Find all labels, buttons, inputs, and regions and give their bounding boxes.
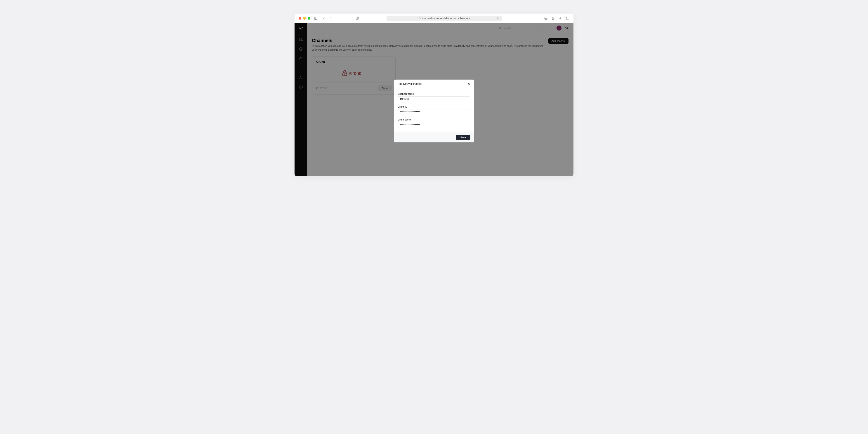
tabs-icon[interactable] [566, 17, 569, 20]
download-icon[interactable] [544, 17, 548, 20]
window-maximize[interactable] [308, 17, 310, 20]
forward-icon[interactable] [329, 17, 333, 20]
svg-rect-2 [419, 18, 421, 19]
lock-icon [418, 17, 421, 20]
svg-rect-8 [567, 17, 569, 19]
modal-title: Add Dtravel channel [398, 82, 422, 86]
client-id-label: Client ID [398, 105, 470, 108]
modal-overlay[interactable]: Add Dtravel channel Channel name Client … [294, 23, 574, 176]
sidebar-toggle-icon[interactable] [314, 17, 318, 20]
window-minimize[interactable] [303, 17, 306, 20]
channel-name-input[interactable] [398, 96, 470, 102]
url-text: channel-name.rentalwise.com/channels [422, 17, 470, 20]
client-secret-input[interactable] [398, 122, 470, 128]
browser-window: channel-name.rentalwise.com/channels [294, 13, 574, 176]
new-tab-icon[interactable] [559, 17, 562, 20]
client-id-input[interactable] [398, 109, 470, 115]
add-channel-modal: Add Dtravel channel Channel name Client … [394, 80, 474, 143]
save-button[interactable]: Save [456, 135, 470, 140]
channel-name-label: Channel name [398, 92, 470, 95]
share-icon[interactable] [551, 17, 555, 20]
url-bar[interactable]: channel-name.rentalwise.com/channels [386, 16, 502, 21]
svg-rect-0 [314, 17, 317, 20]
reload-icon[interactable] [497, 17, 500, 20]
client-secret-label: Client secret [398, 118, 470, 121]
window-close[interactable] [299, 17, 301, 20]
shield-icon[interactable] [355, 17, 359, 20]
traffic-lights [299, 17, 310, 20]
close-icon[interactable] [467, 82, 470, 86]
browser-chrome: channel-name.rentalwise.com/channels [294, 13, 574, 23]
back-icon[interactable] [322, 17, 326, 20]
